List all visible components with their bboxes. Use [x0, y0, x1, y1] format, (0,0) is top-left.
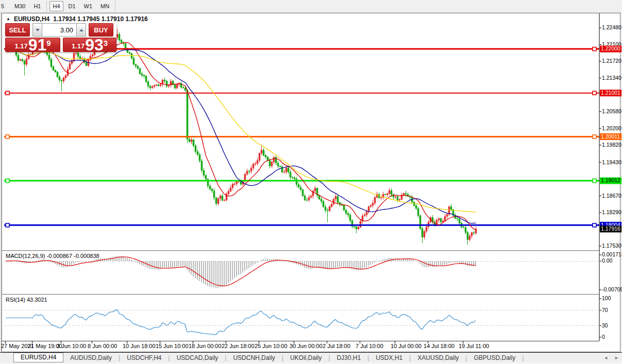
buy-button[interactable]: BUY: [89, 23, 113, 37]
tab-scroll-arrows: ◄ ►: [603, 353, 619, 362]
hline-anchor-marker[interactable]: [6, 135, 9, 138]
sell-price-display[interactable]: 1.17919: [5, 38, 60, 52]
hline-anchor-marker[interactable]: [593, 223, 596, 227]
price-tick-label: 1.18290: [602, 209, 621, 215]
buy-price-display[interactable]: 1.17933: [63, 38, 116, 52]
rsi-indicator-label: RSI(14) 43.3021: [6, 297, 47, 303]
macd-tick-label: -0.00709: [602, 286, 622, 292]
macd-tick-label: 0.00: [602, 257, 613, 264]
svg-text:1.22000: 1.22000: [601, 45, 620, 51]
chart-tab-dj30-h1[interactable]: DJ30,H1: [330, 353, 367, 362]
chart-tab-bar: EURUSD,H4AUDUSD,Daily|USDCHF,H4|USDCAD,D…: [0, 352, 622, 362]
rsi-panel: 10070300: [4, 295, 611, 340]
time-axis-label: 18 Jun 00:00: [189, 343, 222, 349]
spinner-down-icon: [36, 29, 40, 31]
chart-tab-audusd-daily[interactable]: AUDUSD,Daily: [63, 353, 119, 362]
time-axis-label: 14 Jul 18:00: [424, 343, 455, 349]
volume-increase-button[interactable]: [76, 23, 86, 37]
chart-tab-eurusd-h4[interactable]: EURUSD,H4: [13, 353, 63, 362]
price-tick-label: 1.22480: [602, 24, 621, 30]
chart-ohlc-values: 1.17934 1.17945 1.17910 1.17916: [53, 15, 148, 23]
sell-price-base: 1.17: [14, 42, 27, 50]
sell-price-sup: 9: [46, 39, 51, 47]
chart-tab-usdcad-daily[interactable]: USDCAD,Daily: [170, 353, 225, 362]
price-tick-label: 1.18670: [602, 193, 621, 199]
chart-tab-gbpusd-daily[interactable]: GBPUSD,Daily: [467, 353, 522, 362]
sell-price-big: 91: [28, 38, 47, 51]
sell-button[interactable]: SELL: [5, 23, 30, 37]
price-tick-label: 1.20580: [602, 108, 621, 114]
hline-anchor-marker[interactable]: [6, 179, 9, 183]
collapse-arrow-icon[interactable]: ▲: [6, 16, 10, 21]
chart-tabs: EURUSD,H4AUDUSD,Daily|USDCHF,H4|USDCAD,D…: [13, 353, 524, 362]
time-axis-label: 3 Jun 10:00: [57, 343, 87, 349]
chart-tab-usdchf-h4[interactable]: USDCHF,H4: [120, 353, 168, 362]
horizontal-level-lines[interactable]: [4, 47, 599, 227]
tab-scroll-left-icon[interactable]: ◄: [603, 355, 608, 360]
time-axis-label: 19 Jul 11:00: [459, 343, 489, 349]
price-tick-label: 1.21340: [602, 75, 621, 81]
hline-anchor-marker[interactable]: [593, 47, 596, 51]
rsi-tick-label: 70: [602, 307, 608, 313]
spinner-up-icon: [79, 29, 83, 31]
mt4-terminal: 5M30H1H4D1W1MN 1.224801.221001.217201.21…: [0, 0, 622, 364]
price-tick-label: 1.17530: [602, 242, 621, 249]
time-axis: 27 May 202131 May 19:003 Jun 10:008 Jun …: [1, 341, 489, 349]
macd-tick-label: 0.001718: [602, 251, 622, 257]
hline-anchor-marker[interactable]: [593, 135, 596, 138]
rsi-tick-label: 0: [602, 334, 605, 340]
hline-anchor-marker[interactable]: [6, 91, 9, 95]
hline-anchor-marker[interactable]: [593, 179, 596, 183]
price-tick-label: 1.21720: [602, 58, 621, 64]
chart-tab-usdx-h1[interactable]: USDX,H1: [369, 353, 409, 362]
volume-decrease-button[interactable]: [32, 23, 42, 37]
price-tick-label: 1.19820: [602, 142, 621, 148]
hline-anchor-marker[interactable]: [593, 91, 596, 95]
chart-canvas[interactable]: 1.224801.221001.217201.213401.205801.202…: [0, 0, 622, 364]
time-axis-label: 15 Jun 10:00: [156, 343, 189, 349]
chart-title: ▲ EURUSD,H4 1.17934 1.17945 1.17910 1.17…: [6, 15, 148, 23]
price-tick-label: 1.20200: [602, 125, 621, 131]
svg-text:1.20011: 1.20011: [601, 133, 620, 140]
tab-separator: |: [522, 354, 524, 361]
one-click-trading-panel: SELL BUY 1.17919 1.17933: [5, 23, 116, 52]
chart-tab-xauusd-daily[interactable]: XAUUSD,Daily: [411, 353, 465, 362]
volume-input[interactable]: [42, 23, 76, 37]
time-axis-label: 7 Jul 10:00: [356, 343, 383, 349]
macd-indicator-label: MACD(12,26,9) -0.000867 -0.000838: [6, 253, 99, 259]
rsi-tick-label: 100: [602, 295, 611, 301]
buy-price-sup: 3: [104, 39, 108, 47]
price-tick-label: 1.19430: [602, 159, 621, 165]
svg-text:1.19012: 1.19012: [601, 177, 620, 183]
hline-anchor-marker[interactable]: [6, 223, 9, 227]
tab-scroll-right-icon[interactable]: ►: [614, 355, 619, 360]
time-axis-label: 8 Jun 00:00: [88, 343, 117, 349]
chart-tab-ukoil-daily[interactable]: UKOil,Daily: [283, 353, 328, 362]
time-axis-label: 10 Jun 18:00: [123, 343, 156, 349]
buy-price-big: 93: [85, 38, 104, 51]
time-axis-label: 10 Jul 00:00: [391, 343, 422, 349]
time-axis-label: 22 Jun 18:00: [222, 343, 255, 349]
rsi-line: [6, 309, 476, 335]
chart-symbol-period: EURUSD,H4: [14, 15, 49, 23]
buy-price-base: 1.17: [72, 42, 85, 50]
ma-55-line: [6, 49, 476, 212]
svg-text:1.21001: 1.21001: [601, 90, 620, 96]
time-axis-label: 30 Jun 00:00: [290, 343, 323, 349]
svg-text:1.17916: 1.17916: [601, 226, 620, 232]
time-axis-label: 2 Jul 18:00: [323, 343, 350, 349]
chart-tab-usdcnh-daily[interactable]: USDCNH,Daily: [226, 353, 281, 362]
time-axis-label: 25 Jun 10:00: [255, 343, 288, 349]
rsi-tick-label: 30: [602, 322, 608, 328]
